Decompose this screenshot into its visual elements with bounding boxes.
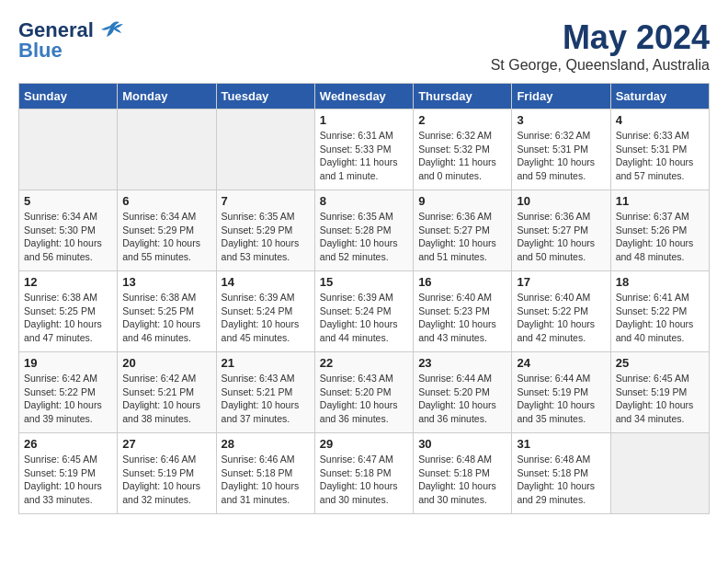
weekday-header-thursday: Thursday: [414, 84, 512, 109]
day-info: Sunrise: 6:33 AMSunset: 5:31 PMDaylight:…: [616, 129, 704, 183]
location-title: St George, Queensland, Australia: [491, 57, 710, 74]
day-info: Sunrise: 6:31 AMSunset: 5:33 PMDaylight:…: [320, 129, 408, 183]
day-info: Sunrise: 6:48 AMSunset: 5:18 PMDaylight:…: [517, 453, 605, 507]
calendar-cell: [118, 109, 216, 190]
day-number: 7: [222, 194, 310, 208]
day-number: 25: [616, 356, 704, 370]
calendar-cell: 5Sunrise: 6:34 AMSunset: 5:30 PMDaylight…: [19, 190, 118, 271]
calendar-cell: 27Sunrise: 6:46 AMSunset: 5:19 PMDayligh…: [118, 433, 216, 514]
weekday-header-row: SundayMondayTuesdayWednesdayThursdayFrid…: [19, 84, 710, 109]
day-number: 6: [122, 194, 210, 208]
day-number: 13: [122, 275, 210, 289]
calendar-week-row: 12Sunrise: 6:38 AMSunset: 5:25 PMDayligh…: [19, 271, 710, 352]
title-block: May 2024 St George, Queensland, Australi…: [491, 18, 710, 74]
calendar-cell: 31Sunrise: 6:48 AMSunset: 5:18 PMDayligh…: [512, 433, 610, 514]
day-info: Sunrise: 6:46 AMSunset: 5:19 PMDaylight:…: [122, 453, 210, 507]
day-info: Sunrise: 6:41 AMSunset: 5:22 PMDaylight:…: [616, 291, 704, 345]
calendar-table: SundayMondayTuesdayWednesdayThursdayFrid…: [18, 83, 710, 514]
day-info: Sunrise: 6:39 AMSunset: 5:24 PMDaylight:…: [320, 291, 408, 345]
page-header: General Blue May 2024 St George, Queensl…: [18, 18, 710, 74]
calendar-cell: 12Sunrise: 6:38 AMSunset: 5:25 PMDayligh…: [19, 271, 118, 352]
day-info: Sunrise: 6:35 AMSunset: 5:28 PMDaylight:…: [320, 210, 408, 264]
logo-blue: Blue: [18, 39, 63, 63]
calendar-cell: 23Sunrise: 6:44 AMSunset: 5:20 PMDayligh…: [414, 352, 512, 433]
day-info: Sunrise: 6:40 AMSunset: 5:22 PMDaylight:…: [517, 291, 605, 345]
day-info: Sunrise: 6:36 AMSunset: 5:27 PMDaylight:…: [517, 210, 605, 264]
day-number: 1: [320, 113, 408, 127]
day-info: Sunrise: 6:45 AMSunset: 5:19 PMDaylight:…: [616, 372, 704, 426]
day-number: 15: [320, 275, 408, 289]
calendar-cell: 15Sunrise: 6:39 AMSunset: 5:24 PMDayligh…: [314, 271, 413, 352]
day-number: 19: [24, 356, 112, 370]
day-info: Sunrise: 6:32 AMSunset: 5:31 PMDaylight:…: [517, 129, 605, 183]
calendar-cell: 8Sunrise: 6:35 AMSunset: 5:28 PMDaylight…: [314, 190, 413, 271]
calendar-cell: 20Sunrise: 6:42 AMSunset: 5:21 PMDayligh…: [118, 352, 216, 433]
day-info: Sunrise: 6:35 AMSunset: 5:29 PMDaylight:…: [222, 210, 310, 264]
month-title: May 2024: [491, 18, 710, 57]
day-number: 12: [24, 275, 112, 289]
day-number: 14: [222, 275, 310, 289]
calendar-cell: 9Sunrise: 6:36 AMSunset: 5:27 PMDaylight…: [414, 190, 512, 271]
day-number: 29: [320, 437, 408, 451]
calendar-cell: [19, 109, 118, 190]
calendar-cell: 3Sunrise: 6:32 AMSunset: 5:31 PMDaylight…: [512, 109, 610, 190]
day-info: Sunrise: 6:46 AMSunset: 5:18 PMDaylight:…: [222, 453, 310, 507]
calendar-cell: 29Sunrise: 6:47 AMSunset: 5:18 PMDayligh…: [314, 433, 413, 514]
weekday-header-tuesday: Tuesday: [216, 84, 314, 109]
calendar-cell: 22Sunrise: 6:43 AMSunset: 5:20 PMDayligh…: [314, 352, 413, 433]
calendar-cell: 11Sunrise: 6:37 AMSunset: 5:26 PMDayligh…: [610, 190, 709, 271]
day-number: 22: [320, 356, 408, 370]
day-info: Sunrise: 6:32 AMSunset: 5:32 PMDaylight:…: [418, 129, 506, 183]
weekday-header-wednesday: Wednesday: [314, 84, 413, 109]
calendar-cell: 1Sunrise: 6:31 AMSunset: 5:33 PMDaylight…: [314, 109, 413, 190]
day-number: 8: [320, 194, 408, 208]
day-info: Sunrise: 6:38 AMSunset: 5:25 PMDaylight:…: [122, 291, 210, 345]
calendar-cell: 14Sunrise: 6:39 AMSunset: 5:24 PMDayligh…: [216, 271, 314, 352]
logo-bird-icon: [97, 18, 123, 39]
calendar-week-row: 26Sunrise: 6:45 AMSunset: 5:19 PMDayligh…: [19, 433, 710, 514]
logo: General Blue: [18, 18, 123, 63]
day-number: 11: [616, 194, 704, 208]
day-number: 5: [24, 194, 112, 208]
day-info: Sunrise: 6:38 AMSunset: 5:25 PMDaylight:…: [24, 291, 112, 345]
calendar-cell: 24Sunrise: 6:44 AMSunset: 5:19 PMDayligh…: [512, 352, 610, 433]
day-number: 26: [24, 437, 112, 451]
calendar-cell: 10Sunrise: 6:36 AMSunset: 5:27 PMDayligh…: [512, 190, 610, 271]
calendar-cell: [216, 109, 314, 190]
day-info: Sunrise: 6:42 AMSunset: 5:21 PMDaylight:…: [122, 372, 210, 426]
calendar-cell: 2Sunrise: 6:32 AMSunset: 5:32 PMDaylight…: [414, 109, 512, 190]
calendar-cell: 18Sunrise: 6:41 AMSunset: 5:22 PMDayligh…: [610, 271, 709, 352]
calendar-cell: 13Sunrise: 6:38 AMSunset: 5:25 PMDayligh…: [118, 271, 216, 352]
calendar-cell: 21Sunrise: 6:43 AMSunset: 5:21 PMDayligh…: [216, 352, 314, 433]
calendar-cell: 4Sunrise: 6:33 AMSunset: 5:31 PMDaylight…: [610, 109, 709, 190]
calendar-cell: 26Sunrise: 6:45 AMSunset: 5:19 PMDayligh…: [19, 433, 118, 514]
day-number: 27: [122, 437, 210, 451]
weekday-header-friday: Friday: [512, 84, 610, 109]
day-info: Sunrise: 6:34 AMSunset: 5:30 PMDaylight:…: [24, 210, 112, 264]
day-number: 30: [418, 437, 506, 451]
day-number: 2: [418, 113, 506, 127]
calendar-week-row: 1Sunrise: 6:31 AMSunset: 5:33 PMDaylight…: [19, 109, 710, 190]
calendar-cell: [610, 433, 709, 514]
day-number: 21: [222, 356, 310, 370]
day-info: Sunrise: 6:44 AMSunset: 5:19 PMDaylight:…: [517, 372, 605, 426]
calendar-week-row: 19Sunrise: 6:42 AMSunset: 5:22 PMDayligh…: [19, 352, 710, 433]
day-number: 4: [616, 113, 704, 127]
calendar-cell: 19Sunrise: 6:42 AMSunset: 5:22 PMDayligh…: [19, 352, 118, 433]
calendar-cell: 7Sunrise: 6:35 AMSunset: 5:29 PMDaylight…: [216, 190, 314, 271]
day-info: Sunrise: 6:43 AMSunset: 5:21 PMDaylight:…: [222, 372, 310, 426]
day-info: Sunrise: 6:44 AMSunset: 5:20 PMDaylight:…: [418, 372, 506, 426]
day-info: Sunrise: 6:34 AMSunset: 5:29 PMDaylight:…: [122, 210, 210, 264]
day-info: Sunrise: 6:43 AMSunset: 5:20 PMDaylight:…: [320, 372, 408, 426]
day-number: 31: [517, 437, 605, 451]
calendar-cell: 6Sunrise: 6:34 AMSunset: 5:29 PMDaylight…: [118, 190, 216, 271]
calendar-cell: 30Sunrise: 6:48 AMSunset: 5:18 PMDayligh…: [414, 433, 512, 514]
day-info: Sunrise: 6:40 AMSunset: 5:23 PMDaylight:…: [418, 291, 506, 345]
day-number: 17: [517, 275, 605, 289]
day-info: Sunrise: 6:45 AMSunset: 5:19 PMDaylight:…: [24, 453, 112, 507]
day-info: Sunrise: 6:37 AMSunset: 5:26 PMDaylight:…: [616, 210, 704, 264]
weekday-header-monday: Monday: [118, 84, 216, 109]
day-number: 28: [222, 437, 310, 451]
day-number: 9: [418, 194, 506, 208]
day-info: Sunrise: 6:47 AMSunset: 5:18 PMDaylight:…: [320, 453, 408, 507]
